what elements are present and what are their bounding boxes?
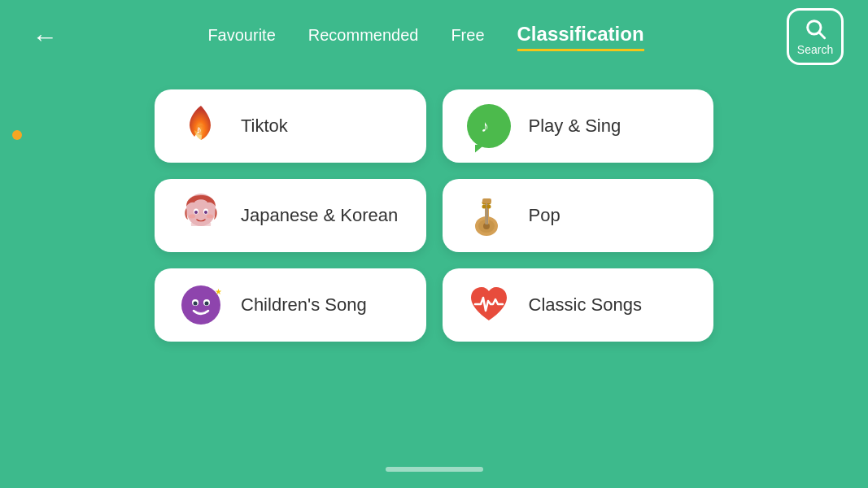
svg-rect-23 [482,198,491,203]
svg-point-29 [205,302,209,306]
svg-text:♪: ♪ [196,123,202,136]
category-grid: ♪ Tiktok ♪ Play & Sing [0,81,868,358]
nav-recommended[interactable]: Recommended [308,26,419,48]
pop-icon [465,192,513,239]
tiktok-icon: ♪ [177,102,225,150]
navigation: Favourite Recommended Free Classificatio… [65,23,787,51]
classic-songs-icon [465,281,513,329]
svg-point-11 [207,215,213,219]
decoration-dot [12,130,22,140]
classic-songs-label: Classic Songs [529,294,642,316]
svg-line-1 [819,33,824,37]
nav-free[interactable]: Free [451,26,484,48]
search-button[interactable]: Search [787,8,844,65]
category-japanese-korean[interactable]: Japanese & Korean [155,179,426,252]
svg-point-9 [204,211,207,214]
svg-point-28 [194,302,198,306]
header: ← Favourite Recommended Free Classificat… [0,0,868,73]
childrens-song-label: Children's Song [241,294,367,316]
category-pop[interactable]: Pop [443,179,714,252]
svg-point-21 [482,205,486,209]
category-childrens-song[interactable]: ★ Children's Song [155,268,426,342]
svg-text:♪: ♪ [481,117,489,135]
nav-classification[interactable]: Classification [517,23,644,51]
svg-point-8 [194,211,198,214]
play-sing-icon: ♪ [465,102,513,150]
back-button[interactable]: ← [24,16,65,57]
svg-point-10 [189,215,195,219]
svg-point-22 [486,205,491,209]
category-tiktok[interactable]: ♪ Tiktok [155,89,426,163]
back-arrow-icon: ← [32,22,58,52]
japanese-korean-icon [177,192,225,239]
nav-favourite[interactable]: Favourite [207,26,275,48]
search-icon [804,17,827,40]
search-label: Search [797,43,833,56]
scroll-indicator [386,467,483,472]
childrens-song-icon: ★ [177,281,225,329]
japanese-korean-label: Japanese & Korean [241,205,398,226]
play-sing-label: Play & Sing [529,115,622,137]
category-classic-songs[interactable]: Classic Songs [443,268,714,342]
tiktok-label: Tiktok [241,115,288,137]
pop-label: Pop [529,205,560,226]
category-play-sing[interactable]: ♪ Play & Sing [443,89,714,163]
svg-text:★: ★ [215,287,222,296]
